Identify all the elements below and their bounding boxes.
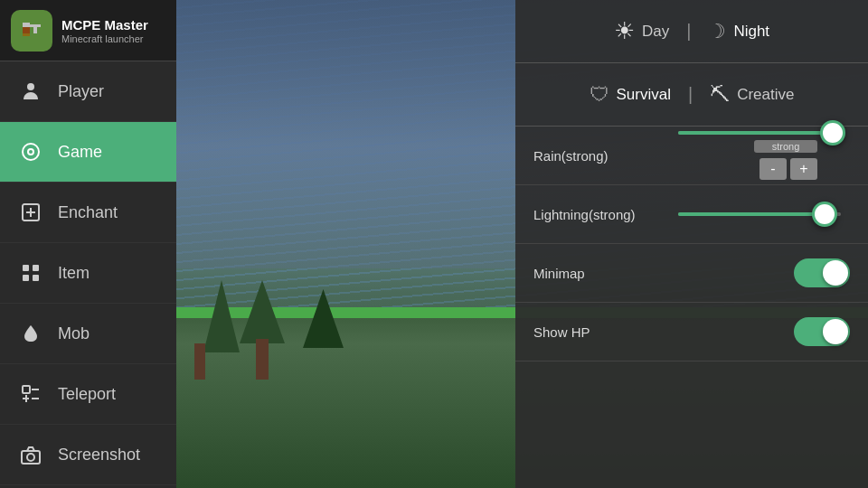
rain-value-display: strong	[754, 140, 817, 153]
app-logo	[11, 10, 52, 52]
day-label: Day	[642, 23, 669, 41]
time-toggle-row: ☀ Day | ☽ Night	[515, 0, 868, 63]
sidebar: MCPE Master Minecraft launcher Player Ga…	[0, 0, 176, 488]
pickaxe-icon: ⛏	[710, 83, 730, 107]
rain-plus-button[interactable]: +	[790, 158, 817, 180]
svg-rect-3	[33, 27, 37, 33]
sidebar-item-label-enchant: Enchant	[58, 203, 118, 222]
svg-rect-12	[23, 265, 29, 271]
mode-divider: |	[688, 84, 693, 105]
show-hp-toggle-row: Show HP	[515, 303, 868, 361]
moon-icon: ☽	[708, 20, 726, 43]
person-icon	[18, 79, 43, 104]
sidebar-item-label-player: Player	[58, 82, 104, 101]
svg-rect-0	[23, 26, 30, 33]
svg-rect-16	[23, 386, 30, 393]
logo-icon	[18, 17, 45, 44]
drop-icon	[18, 321, 43, 346]
rain-slider-row: Rain(strong) strong - +	[515, 127, 868, 185]
app-title-block: MCPE Master Minecraft launcher	[61, 17, 148, 44]
survival-option[interactable]: 🛡 Survival	[577, 78, 684, 112]
time-divider: |	[686, 21, 691, 42]
creative-option[interactable]: ⛏ Creative	[697, 78, 807, 112]
mode-toggle-row: 🛡 Survival | ⛏ Creative	[515, 63, 868, 127]
svg-rect-14	[23, 275, 29, 281]
trunk-1	[194, 343, 205, 380]
svg-rect-15	[33, 275, 39, 281]
svg-point-22	[27, 454, 34, 461]
time-toggle-group: ☀ Day | ☽ Night	[533, 12, 850, 51]
lightning-slider-row: Lightning(strong)	[515, 185, 868, 244]
sidebar-item-item[interactable]: Item	[0, 243, 176, 304]
app-subtitle: Minecraft launcher	[61, 33, 148, 44]
minimap-toggle-knob	[823, 260, 848, 286]
mode-toggle-group: 🛡 Survival | ⛏ Creative	[533, 78, 850, 112]
sidebar-item-label-screenshot: Screenshot	[58, 446, 140, 465]
sidebar-item-label-game: Game	[58, 143, 102, 162]
sun-icon: ☀	[614, 17, 635, 45]
grid-icon	[18, 260, 43, 286]
shield-icon: 🛡	[590, 83, 609, 107]
day-option[interactable]: ☀ Day	[601, 12, 682, 51]
sidebar-item-player[interactable]: Player	[0, 61, 176, 122]
show-hp-toggle-knob	[823, 319, 848, 344]
main-content: ☀ Day | ☽ Night 🛡 Survival | ⛏	[176, 0, 868, 488]
svg-rect-2	[30, 24, 41, 27]
sidebar-header: MCPE Master Minecraft launcher	[0, 0, 176, 61]
sidebar-item-label-mob: Mob	[58, 324, 90, 343]
minimap-label: Minimap	[533, 266, 794, 281]
app-title: MCPE Master	[61, 17, 148, 33]
sidebar-item-screenshot[interactable]: Screenshot	[0, 425, 176, 485]
svg-point-5	[27, 83, 34, 90]
lightning-label: Lightning(strong)	[533, 207, 669, 222]
sidebar-item-label-teleport: Teleport	[58, 385, 116, 404]
trunk-2	[256, 339, 269, 380]
lightning-slider[interactable]	[678, 212, 841, 216]
svg-rect-1	[23, 23, 30, 27]
sidebar-item-game[interactable]: Game	[0, 122, 176, 183]
show-hp-label: Show HP	[533, 324, 794, 340]
game-icon	[18, 139, 43, 164]
minimap-toggle-row: Minimap	[515, 244, 868, 303]
sidebar-item-enchant[interactable]: Enchant	[0, 183, 176, 243]
night-label: Night	[733, 23, 769, 41]
settings-panel: ☀ Day | ☽ Night 🛡 Survival | ⛏	[515, 0, 868, 488]
show-hp-toggle[interactable]	[794, 317, 850, 346]
sidebar-item-mob[interactable]: Mob	[0, 304, 176, 364]
location-icon	[18, 381, 43, 407]
creative-label: Creative	[737, 86, 794, 104]
svg-point-8	[29, 150, 33, 154]
night-option[interactable]: ☽ Night	[695, 14, 782, 49]
minimap-toggle[interactable]	[794, 258, 850, 287]
sidebar-item-teleport[interactable]: Teleport	[0, 364, 176, 425]
survival-label: Survival	[617, 86, 671, 104]
camera-icon	[18, 442, 43, 467]
svg-rect-4	[23, 33, 30, 36]
svg-rect-13	[33, 265, 39, 271]
plus-box-icon	[18, 200, 43, 225]
rain-minus-button[interactable]: -	[760, 158, 787, 180]
rain-slider[interactable]	[678, 131, 841, 135]
sidebar-item-label-item: Item	[58, 264, 90, 283]
rain-label: Rain(strong)	[533, 148, 669, 164]
